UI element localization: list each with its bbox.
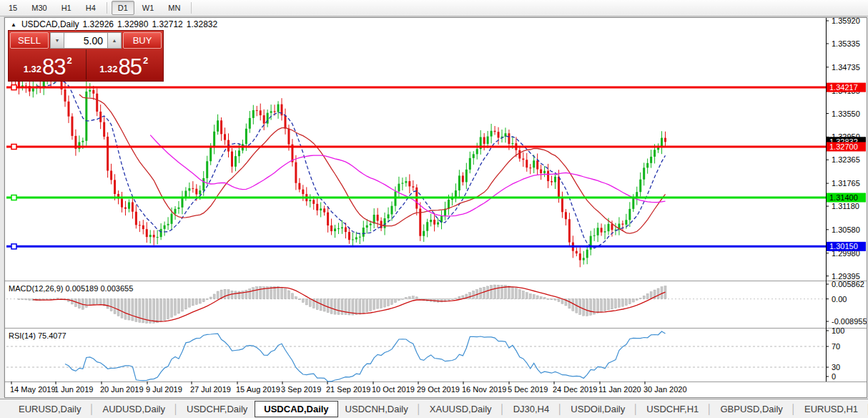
chart-tab-usdoil-daily[interactable]: USDOil,Daily: [563, 402, 632, 417]
candle: [67, 102, 69, 117]
one-click-trading-panel: SELL ▼ ▲ BUY 1.32 83 2 1.32 85 2: [8, 30, 164, 82]
chart-tab-dj30-h4[interactable]: DJ30,H4: [506, 402, 557, 417]
tab-separator: │: [556, 404, 563, 414]
macd-histogram-bar: [614, 299, 616, 308]
timeframe-button-h1[interactable]: H1: [55, 1, 78, 15]
candle: [164, 225, 166, 229]
candle: [277, 104, 280, 112]
level-handle[interactable]: [11, 145, 16, 150]
macd-histogram-bar: [195, 299, 197, 305]
candle: [220, 120, 222, 134]
macd-histogram-bar: [643, 296, 645, 298]
buy-button[interactable]: BUY: [123, 32, 162, 49]
price-tick-label: 1.29395: [832, 272, 860, 281]
timeframe-button-15[interactable]: 15: [2, 1, 24, 15]
sell-button[interactable]: SELL: [10, 32, 49, 49]
macd-histogram-bar: [206, 299, 208, 300]
candle: [174, 209, 177, 214]
macd-histogram-bar: [547, 298, 549, 299]
macd-histogram-bar: [639, 298, 641, 298]
chart-tab-audusd-daily[interactable]: AUDUSD,Daily: [96, 402, 172, 417]
macd-histogram-bar: [359, 299, 361, 314]
candle: [377, 215, 379, 221]
candle: [565, 212, 567, 219]
candle: [217, 120, 219, 131]
candle: [408, 181, 410, 186]
volume-increase-button[interactable]: ▲: [107, 32, 122, 49]
macd-histogram-bar: [384, 299, 386, 307]
chart-tab-eurusd-h1[interactable]: EURUSD,H1: [797, 402, 865, 417]
macd-histogram-bar: [21, 299, 24, 300]
timeframe-button-h4[interactable]: H4: [79, 1, 102, 15]
level-handle[interactable]: [11, 244, 16, 249]
volume-input[interactable]: [64, 32, 107, 49]
macd-histogram-bar: [227, 290, 230, 299]
macd-histogram-bar: [160, 299, 162, 322]
price-tick-label: 1.30580: [832, 225, 860, 234]
macd-histogram-bar: [291, 293, 293, 299]
date-label: 10 Oct 2019: [372, 385, 415, 394]
level-handle[interactable]: [11, 85, 16, 90]
candle: [498, 132, 500, 137]
candle: [437, 223, 439, 225]
candle: [608, 224, 610, 231]
volume-decrease-button[interactable]: ▼: [50, 32, 64, 49]
candle: [529, 167, 531, 168]
macd-histogram-bar: [604, 299, 606, 311]
candle: [323, 208, 325, 212]
macd-histogram-bar: [89, 299, 91, 306]
date-label: 27 Jul 2019: [190, 385, 231, 394]
candle: [195, 189, 197, 195]
candle: [231, 152, 233, 167]
candle: [298, 183, 300, 190]
candle: [511, 143, 513, 144]
macd-histogram-bar: [57, 298, 59, 299]
rsi-axis-label: 100: [832, 326, 844, 335]
candle: [593, 235, 596, 236]
chart-tab-usdcnh-daily[interactable]: USDCNH,Daily: [338, 402, 415, 417]
candle: [401, 183, 403, 184]
timeframe-button-w1[interactable]: W1: [136, 1, 161, 15]
candle: [132, 203, 134, 212]
macd-histogram-bar: [114, 299, 116, 314]
chart-tab-gbpusd-daily[interactable]: GBPUSD,Daily: [713, 402, 789, 417]
macd-histogram-bar: [388, 299, 390, 306]
candle: [625, 220, 627, 225]
macd-histogram-bar: [157, 299, 159, 323]
tab-separator: │: [632, 404, 639, 414]
chart-tab-eurusd-daily[interactable]: EURUSD,Daily: [11, 402, 88, 417]
macd-histogram-bar: [408, 296, 410, 298]
chart-tab-usdchf-daily[interactable]: USDCHF,Daily: [179, 402, 255, 417]
macd-histogram-bar: [469, 293, 471, 299]
price-tick-label: 1.35920: [832, 18, 860, 25]
collapse-trade-panel-icon[interactable]: ▲: [11, 21, 16, 28]
timeframe-button-mn[interactable]: MN: [162, 1, 187, 15]
macd-histogram-bar: [597, 299, 599, 314]
level-handle[interactable]: [11, 195, 16, 200]
candle: [487, 137, 489, 144]
macd-histogram-bar: [99, 299, 102, 305]
chart-tab-xauusd-daily[interactable]: XAUUSD,Daily: [423, 402, 499, 417]
candle: [199, 190, 201, 194]
candle: [547, 171, 549, 181]
candle: [128, 203, 130, 209]
candle: [287, 129, 290, 145]
macd-histogram-bar: [373, 299, 375, 310]
buy-price-pane[interactable]: 1.32 85 2: [87, 49, 162, 79]
macd-histogram-bar: [625, 299, 627, 306]
macd-histogram-bar: [558, 299, 560, 302]
timeframe-button-m30[interactable]: M30: [25, 1, 53, 15]
candle: [202, 178, 204, 190]
macd-histogram-bar: [124, 299, 127, 320]
rsi-axis-label: 70: [832, 342, 840, 351]
macd-histogram-bar: [632, 299, 634, 302]
candle: [139, 225, 141, 225]
timeframe-button-d1[interactable]: D1: [112, 1, 134, 15]
chart-tab-usdchf-h1[interactable]: USDCHF,H1: [639, 402, 706, 417]
sell-price-pane[interactable]: 1.32 83 2: [10, 49, 87, 79]
candle: [465, 170, 468, 183]
tab-separator: │: [172, 404, 179, 414]
chart-tab-usdcad-daily[interactable]: USDCAD,Daily: [255, 401, 337, 417]
candle: [337, 228, 340, 229]
date-label: 3 Sep 2019: [281, 385, 321, 394]
